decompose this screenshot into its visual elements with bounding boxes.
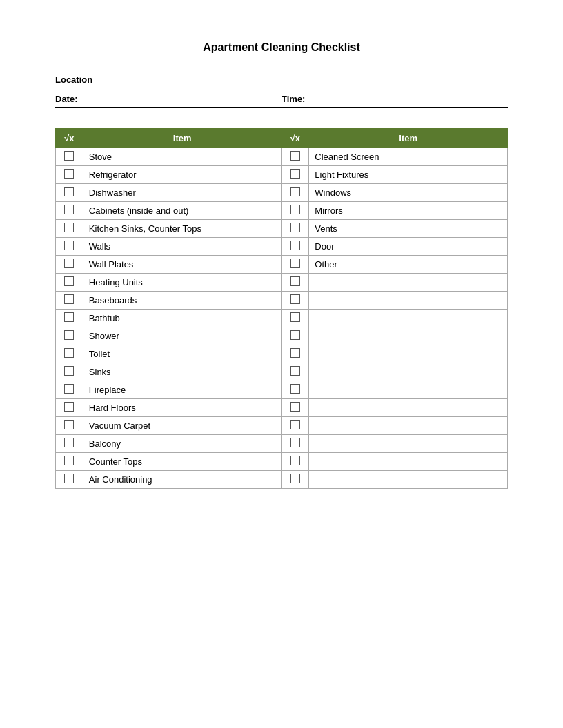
table-row: DishwasherWindows (56, 184, 508, 202)
right-checkbox-cell[interactable] (282, 453, 309, 471)
left-item-text: Walls (83, 238, 282, 256)
left-header-check: √x (56, 129, 83, 148)
left-checkbox[interactable] (64, 348, 74, 358)
left-checkbox[interactable] (64, 205, 74, 214)
left-checkbox-cell[interactable] (56, 148, 83, 166)
right-item-text: Windows (309, 184, 508, 202)
location-label: Location (55, 74, 92, 85)
table-row: StoveCleaned Screen (56, 148, 508, 166)
left-checkbox[interactable] (64, 151, 74, 161)
left-checkbox[interactable] (64, 420, 74, 429)
right-checkbox-cell[interactable] (282, 220, 309, 238)
left-checkbox-cell[interactable] (56, 363, 83, 381)
right-checkbox[interactable] (290, 223, 300, 232)
right-checkbox-cell[interactable] (282, 345, 309, 363)
right-checkbox-cell[interactable] (282, 381, 309, 399)
right-checkbox[interactable] (290, 330, 300, 340)
table-row: Fireplace (56, 381, 508, 399)
left-checkbox[interactable] (64, 330, 74, 340)
checklist-table: √x Item √x Item StoveCleaned ScreenRefri… (55, 128, 508, 489)
left-item-text: Heating Units (83, 274, 282, 292)
left-checkbox-cell[interactable] (56, 453, 83, 471)
right-checkbox[interactable] (290, 241, 300, 250)
left-checkbox[interactable] (64, 223, 74, 232)
left-checkbox-cell[interactable] (56, 220, 83, 238)
left-checkbox[interactable] (64, 456, 74, 465)
table-row: Heating Units (56, 274, 508, 292)
left-checkbox-cell[interactable] (56, 417, 83, 435)
right-checkbox-cell[interactable] (282, 274, 309, 292)
right-checkbox[interactable] (290, 151, 300, 161)
table-row: Baseboards (56, 292, 508, 310)
left-checkbox-cell[interactable] (56, 256, 83, 274)
right-item-text: Other (309, 256, 508, 274)
left-checkbox-cell[interactable] (56, 399, 83, 417)
right-checkbox-cell[interactable] (282, 399, 309, 417)
left-checkbox-cell[interactable] (56, 238, 83, 256)
left-checkbox[interactable] (64, 366, 74, 376)
right-checkbox[interactable] (290, 402, 300, 412)
left-checkbox[interactable] (64, 402, 74, 412)
left-checkbox-cell[interactable] (56, 292, 83, 310)
left-checkbox[interactable] (64, 384, 74, 394)
right-checkbox[interactable] (290, 259, 300, 268)
left-checkbox[interactable] (64, 259, 74, 268)
right-checkbox-cell[interactable] (282, 184, 309, 202)
right-checkbox-cell[interactable] (282, 417, 309, 435)
left-checkbox[interactable] (64, 241, 74, 250)
left-checkbox[interactable] (64, 187, 74, 196)
right-checkbox-cell[interactable] (282, 238, 309, 256)
table-row: Wall PlatesOther (56, 256, 508, 274)
right-checkbox-cell[interactable] (282, 166, 309, 184)
right-checkbox[interactable] (290, 474, 300, 483)
left-item-text: Bathtub (83, 310, 282, 327)
right-checkbox-cell[interactable] (282, 292, 309, 310)
right-checkbox[interactable] (290, 169, 300, 179)
left-checkbox[interactable] (64, 438, 74, 447)
right-checkbox[interactable] (290, 420, 300, 429)
left-checkbox-cell[interactable] (56, 327, 83, 345)
left-checkbox-cell[interactable] (56, 184, 83, 202)
left-item-text: Stove (83, 148, 282, 166)
left-checkbox-cell[interactable] (56, 345, 83, 363)
time-label: Time: (282, 94, 508, 104)
right-checkbox-cell[interactable] (282, 202, 309, 220)
left-checkbox-cell[interactable] (56, 381, 83, 399)
right-checkbox-cell[interactable] (282, 363, 309, 381)
right-checkbox[interactable] (290, 366, 300, 376)
right-checkbox-cell[interactable] (282, 256, 309, 274)
left-checkbox[interactable] (64, 312, 74, 322)
left-checkbox[interactable] (64, 474, 74, 483)
right-checkbox-cell[interactable] (282, 148, 309, 166)
right-item-text (309, 453, 508, 471)
table-row: Air Conditioning (56, 471, 508, 489)
table-row: Vacuum Carpet (56, 417, 508, 435)
right-checkbox[interactable] (290, 456, 300, 465)
right-checkbox[interactable] (290, 294, 300, 304)
right-checkbox[interactable] (290, 348, 300, 358)
right-checkbox-cell[interactable] (282, 327, 309, 345)
right-checkbox-cell[interactable] (282, 435, 309, 453)
left-checkbox-cell[interactable] (56, 274, 83, 292)
left-checkbox-cell[interactable] (56, 471, 83, 489)
right-checkbox[interactable] (290, 187, 300, 196)
right-checkbox[interactable] (290, 276, 300, 286)
left-checkbox-cell[interactable] (56, 166, 83, 184)
left-checkbox-cell[interactable] (56, 310, 83, 327)
right-checkbox[interactable] (290, 205, 300, 214)
right-checkbox[interactable] (290, 384, 300, 394)
left-checkbox-cell[interactable] (56, 435, 83, 453)
right-checkbox-cell[interactable] (282, 471, 309, 489)
left-checkbox-cell[interactable] (56, 202, 83, 220)
left-checkbox[interactable] (64, 276, 74, 286)
date-label: Date: (55, 94, 282, 104)
left-checkbox[interactable] (64, 169, 74, 179)
right-checkbox-cell[interactable] (282, 310, 309, 327)
table-row: Shower (56, 327, 508, 345)
page-title: Apartment Cleaning Checklist (55, 41, 508, 54)
left-checkbox[interactable] (64, 294, 74, 304)
right-item-text: Door (309, 238, 508, 256)
right-checkbox[interactable] (290, 312, 300, 322)
right-checkbox[interactable] (290, 438, 300, 447)
left-item-text: Refrigerator (83, 166, 282, 184)
